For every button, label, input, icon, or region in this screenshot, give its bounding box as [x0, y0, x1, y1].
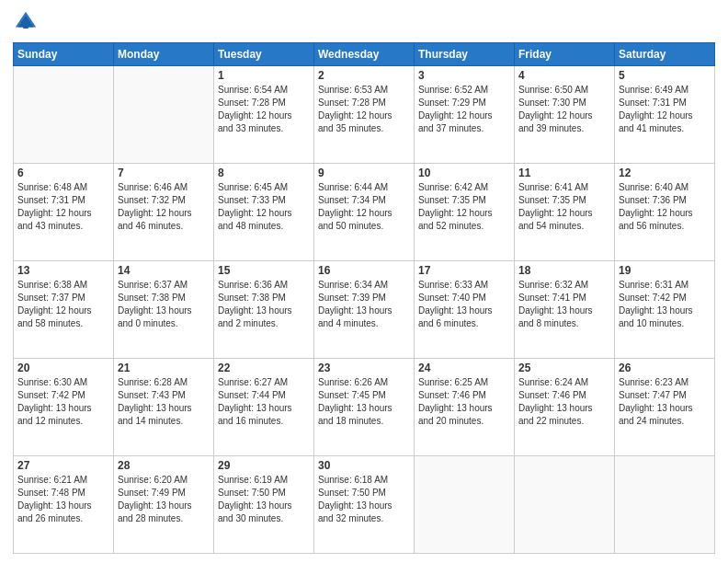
day-info: Sunrise: 6:18 AMSunset: 7:50 PMDaylight:… — [318, 474, 410, 525]
day-info: Sunrise: 6:53 AMSunset: 7:28 PMDaylight:… — [318, 84, 410, 135]
calendar-cell: 20Sunrise: 6:30 AMSunset: 7:42 PMDayligh… — [14, 359, 114, 456]
calendar-cell: 15Sunrise: 6:36 AMSunset: 7:38 PMDayligh… — [214, 261, 314, 359]
calendar-cell: 8Sunrise: 6:45 AMSunset: 7:33 PMDaylight… — [214, 164, 314, 261]
header — [13, 9, 715, 35]
calendar-cell: 5Sunrise: 6:49 AMSunset: 7:31 PMDaylight… — [615, 66, 715, 164]
calendar-cell: 14Sunrise: 6:37 AMSunset: 7:38 PMDayligh… — [114, 261, 214, 359]
day-number: 30 — [318, 459, 410, 472]
day-number: 9 — [318, 167, 410, 179]
calendar-cell: 13Sunrise: 6:38 AMSunset: 7:37 PMDayligh… — [14, 261, 114, 359]
calendar-cell: 6Sunrise: 6:48 AMSunset: 7:31 PMDaylight… — [14, 164, 114, 261]
day-info: Sunrise: 6:26 AMSunset: 7:45 PMDaylight:… — [318, 376, 410, 428]
weekday-header: Friday — [515, 43, 615, 66]
day-info: Sunrise: 6:25 AMSunset: 7:46 PMDaylight:… — [418, 376, 510, 428]
day-info: Sunrise: 6:54 AMSunset: 7:28 PMDaylight:… — [218, 84, 310, 135]
day-info: Sunrise: 6:33 AMSunset: 7:40 PMDaylight:… — [418, 279, 510, 330]
day-info: Sunrise: 6:24 AMSunset: 7:46 PMDaylight:… — [518, 376, 610, 428]
calendar-week-row: 13Sunrise: 6:38 AMSunset: 7:37 PMDayligh… — [14, 261, 715, 359]
day-info: Sunrise: 6:27 AMSunset: 7:44 PMDaylight:… — [218, 376, 310, 428]
weekday-header: Tuesday — [214, 43, 314, 66]
calendar-cell: 11Sunrise: 6:41 AMSunset: 7:35 PMDayligh… — [515, 164, 615, 261]
day-number: 15 — [218, 264, 310, 277]
calendar-week-row: 20Sunrise: 6:30 AMSunset: 7:42 PMDayligh… — [14, 359, 715, 456]
day-info: Sunrise: 6:34 AMSunset: 7:39 PMDaylight:… — [318, 279, 410, 330]
day-info: Sunrise: 6:52 AMSunset: 7:29 PMDaylight:… — [418, 84, 510, 135]
day-info: Sunrise: 6:40 AMSunset: 7:36 PMDaylight:… — [619, 181, 711, 233]
day-info: Sunrise: 6:37 AMSunset: 7:38 PMDaylight:… — [118, 279, 210, 330]
weekday-header: Thursday — [415, 43, 515, 66]
calendar-cell — [615, 456, 715, 554]
day-number: 24 — [418, 362, 510, 374]
calendar-cell: 7Sunrise: 6:46 AMSunset: 7:32 PMDaylight… — [114, 164, 214, 261]
calendar-cell: 17Sunrise: 6:33 AMSunset: 7:40 PMDayligh… — [415, 261, 515, 359]
svg-rect-2 — [23, 22, 28, 29]
day-number: 8 — [218, 167, 310, 179]
day-info: Sunrise: 6:38 AMSunset: 7:37 PMDaylight:… — [17, 279, 109, 330]
weekday-header: Monday — [114, 43, 214, 66]
day-info: Sunrise: 6:28 AMSunset: 7:43 PMDaylight:… — [118, 376, 210, 428]
day-number: 6 — [17, 167, 109, 179]
day-info: Sunrise: 6:31 AMSunset: 7:42 PMDaylight:… — [619, 279, 711, 330]
day-number: 13 — [17, 264, 109, 277]
calendar-cell: 10Sunrise: 6:42 AMSunset: 7:35 PMDayligh… — [415, 164, 515, 261]
calendar-week-row: 27Sunrise: 6:21 AMSunset: 7:48 PMDayligh… — [14, 456, 715, 554]
calendar-cell: 18Sunrise: 6:32 AMSunset: 7:41 PMDayligh… — [515, 261, 615, 359]
weekday-header: Sunday — [14, 43, 114, 66]
calendar-cell: 3Sunrise: 6:52 AMSunset: 7:29 PMDaylight… — [415, 66, 515, 164]
calendar-cell — [415, 456, 515, 554]
calendar-cell: 22Sunrise: 6:27 AMSunset: 7:44 PMDayligh… — [214, 359, 314, 456]
day-number: 11 — [518, 167, 610, 179]
calendar-cell: 1Sunrise: 6:54 AMSunset: 7:28 PMDaylight… — [214, 66, 314, 164]
day-number: 4 — [518, 69, 610, 82]
day-number: 21 — [118, 362, 210, 374]
day-number: 22 — [218, 362, 310, 374]
day-info: Sunrise: 6:21 AMSunset: 7:48 PMDaylight:… — [17, 474, 109, 525]
calendar-cell: 24Sunrise: 6:25 AMSunset: 7:46 PMDayligh… — [415, 359, 515, 456]
day-number: 23 — [318, 362, 410, 374]
calendar-cell: 28Sunrise: 6:20 AMSunset: 7:49 PMDayligh… — [114, 456, 214, 554]
calendar-week-row: 6Sunrise: 6:48 AMSunset: 7:31 PMDaylight… — [14, 164, 715, 261]
calendar-cell: 21Sunrise: 6:28 AMSunset: 7:43 PMDayligh… — [114, 359, 214, 456]
day-number: 2 — [318, 69, 410, 82]
day-number: 14 — [118, 264, 210, 277]
day-info: Sunrise: 6:50 AMSunset: 7:30 PMDaylight:… — [518, 84, 610, 135]
day-info: Sunrise: 6:46 AMSunset: 7:32 PMDaylight:… — [118, 181, 210, 233]
day-info: Sunrise: 6:19 AMSunset: 7:50 PMDaylight:… — [218, 474, 310, 525]
day-number: 12 — [619, 167, 711, 179]
calendar-table: SundayMondayTuesdayWednesdayThursdayFrid… — [13, 42, 715, 554]
day-number: 7 — [118, 167, 210, 179]
calendar-cell: 16Sunrise: 6:34 AMSunset: 7:39 PMDayligh… — [314, 261, 415, 359]
calendar-cell — [114, 66, 214, 164]
calendar-cell: 9Sunrise: 6:44 AMSunset: 7:34 PMDaylight… — [314, 164, 415, 261]
calendar-cell: 4Sunrise: 6:50 AMSunset: 7:30 PMDaylight… — [515, 66, 615, 164]
weekday-header: Saturday — [615, 43, 715, 66]
calendar-cell: 30Sunrise: 6:18 AMSunset: 7:50 PMDayligh… — [314, 456, 415, 554]
calendar-cell: 12Sunrise: 6:40 AMSunset: 7:36 PMDayligh… — [615, 164, 715, 261]
calendar-cell: 23Sunrise: 6:26 AMSunset: 7:45 PMDayligh… — [314, 359, 415, 456]
day-info: Sunrise: 6:23 AMSunset: 7:47 PMDaylight:… — [619, 376, 711, 428]
day-info: Sunrise: 6:44 AMSunset: 7:34 PMDaylight:… — [318, 181, 410, 233]
day-number: 19 — [619, 264, 711, 277]
day-info: Sunrise: 6:48 AMSunset: 7:31 PMDaylight:… — [17, 181, 109, 233]
day-number: 3 — [418, 69, 510, 82]
day-number: 5 — [619, 69, 711, 82]
calendar-cell: 27Sunrise: 6:21 AMSunset: 7:48 PMDayligh… — [14, 456, 114, 554]
logo-icon — [13, 9, 39, 35]
calendar-cell — [14, 66, 114, 164]
day-info: Sunrise: 6:45 AMSunset: 7:33 PMDaylight:… — [218, 181, 310, 233]
day-number: 16 — [318, 264, 410, 277]
day-info: Sunrise: 6:30 AMSunset: 7:42 PMDaylight:… — [17, 376, 109, 428]
page: SundayMondayTuesdayWednesdayThursdayFrid… — [0, 0, 728, 563]
calendar-cell: 29Sunrise: 6:19 AMSunset: 7:50 PMDayligh… — [214, 456, 314, 554]
calendar-cell — [515, 456, 615, 554]
day-number: 18 — [518, 264, 610, 277]
day-info: Sunrise: 6:41 AMSunset: 7:35 PMDaylight:… — [518, 181, 610, 233]
day-info: Sunrise: 6:42 AMSunset: 7:35 PMDaylight:… — [418, 181, 510, 233]
day-number: 20 — [17, 362, 109, 374]
day-number: 17 — [418, 264, 510, 277]
day-number: 29 — [218, 459, 310, 472]
day-info: Sunrise: 6:20 AMSunset: 7:49 PMDaylight:… — [118, 474, 210, 525]
day-number: 27 — [17, 459, 109, 472]
day-number: 26 — [619, 362, 711, 374]
day-info: Sunrise: 6:36 AMSunset: 7:38 PMDaylight:… — [218, 279, 310, 330]
